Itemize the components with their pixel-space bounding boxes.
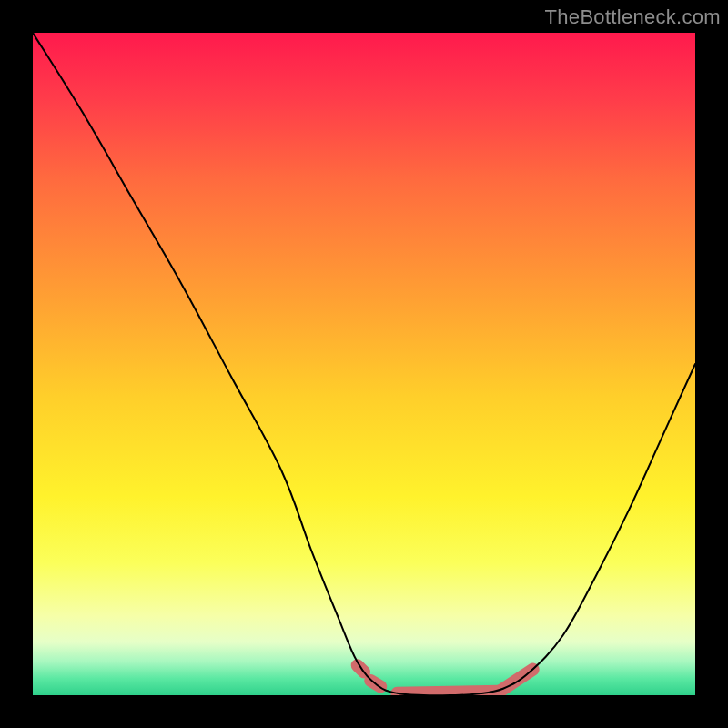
- plot-area: [33, 33, 695, 695]
- attribution-text: TheBottleneck.com: [545, 5, 721, 29]
- bottleneck-curve: [33, 33, 695, 695]
- chart-frame: TheBottleneck.com: [0, 0, 728, 728]
- chart-svg: [33, 33, 695, 695]
